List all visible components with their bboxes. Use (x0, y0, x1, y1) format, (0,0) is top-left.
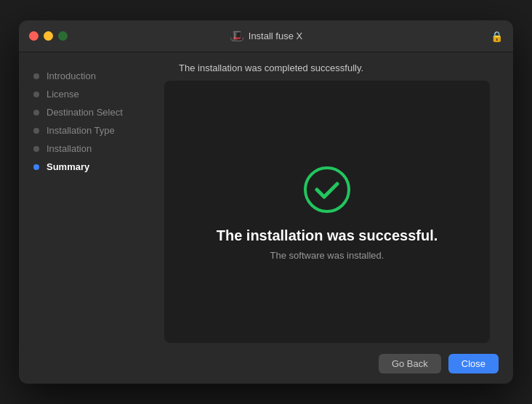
sidebar-item-installation-type[interactable]: Installation Type (19, 121, 164, 140)
sidebar-label-summary: Summary (47, 161, 89, 172)
content-area: Introduction License Destination Select … (19, 52, 513, 343)
sidebar-label-installation: Installation (47, 143, 92, 154)
status-bar: The installation was completed successfu… (164, 52, 513, 81)
sidebar-label-license: License (47, 89, 79, 100)
sidebar-item-license[interactable]: License (19, 85, 164, 103)
sidebar-item-destination-select[interactable]: Destination Select (19, 103, 164, 121)
titlebar: 🎩 Install fuse X 🔒 (19, 20, 513, 52)
svg-point-0 (305, 168, 349, 211)
sidebar-dot-license (33, 92, 39, 97)
sidebar-item-installation[interactable]: Installation (19, 140, 164, 158)
main-panel: The installation was completed successfu… (164, 52, 513, 343)
sidebar-dot-destination (33, 110, 39, 116)
sidebar-dot-installation-type (33, 128, 39, 134)
sidebar-label-introduction: Introduction (47, 70, 96, 81)
sidebar-item-introduction[interactable]: Introduction (19, 67, 164, 85)
success-subtitle: The software was installed. (270, 250, 384, 261)
sidebar-dot-introduction (33, 73, 39, 79)
installer-window: 🎩 Install fuse X 🔒 Introduction License … (19, 20, 513, 384)
close-button[interactable] (29, 31, 39, 41)
title-text: Install fuse X (249, 31, 302, 41)
sidebar-label-destination: Destination Select (47, 107, 123, 118)
sidebar-label-installation-type: Installation Type (47, 125, 115, 136)
title-icon: 🎩 (230, 29, 244, 43)
maximize-button[interactable] (58, 31, 68, 41)
sidebar-dot-summary (33, 164, 39, 170)
footer: Go Back Close (19, 343, 513, 384)
success-panel: The installation was successful. The sof… (164, 81, 490, 343)
panel-wrapper: The installation was successful. The sof… (164, 81, 513, 343)
sidebar-item-summary[interactable]: Summary (19, 158, 164, 176)
status-text: The installation was completed successfu… (179, 62, 363, 73)
sidebar-dot-installation (33, 146, 39, 152)
go-back-button[interactable]: Go Back (379, 354, 441, 373)
sidebar: Introduction License Destination Select … (19, 52, 164, 343)
traffic-lights (29, 31, 68, 41)
success-title: The installation was successful. (217, 227, 438, 244)
window-title: 🎩 Install fuse X (230, 29, 302, 43)
close-button-footer[interactable]: Close (448, 354, 499, 373)
lock-icon: 🔒 (491, 31, 503, 42)
minimize-button[interactable] (44, 31, 53, 41)
success-checkmark-icon (301, 163, 353, 216)
